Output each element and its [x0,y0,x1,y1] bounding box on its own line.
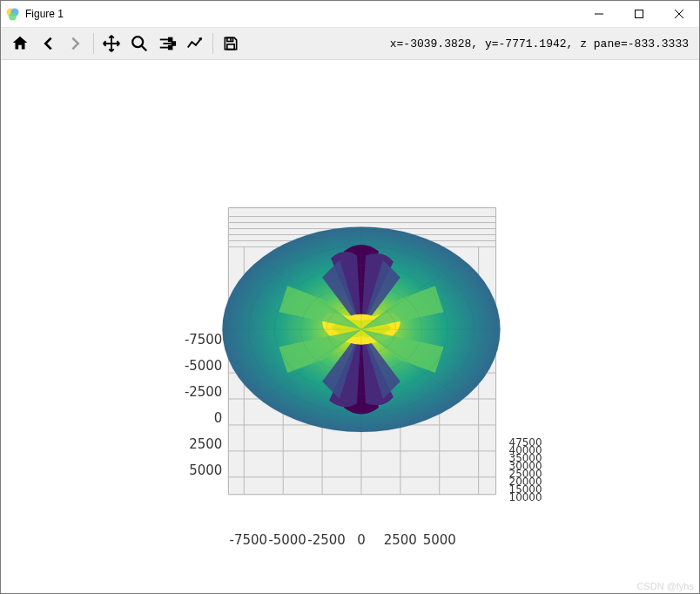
titlebar[interactable]: Figure 1 [1,1,699,28]
separator [212,33,213,54]
svg-rect-12 [169,38,172,42]
plot-canvas[interactable]: -7500 -5000 -2500 0 2500 5000 -7500 -500… [1,60,699,593]
figure: -7500 -5000 -2500 0 2500 5000 -7500 -500… [1,60,699,593]
pan-button[interactable] [98,30,125,57]
y-tick: -5000 [185,358,222,374]
z-axis-ticks: 10000 15000 20000 25000 30000 35000 4000… [509,436,542,503]
svg-line-8 [142,46,147,51]
separator [93,33,94,54]
back-button[interactable] [34,30,62,57]
window-title: Figure 1 [25,8,64,20]
forward-button[interactable] [62,30,90,57]
subplots-button[interactable] [153,30,181,57]
x-tick: -2500 [307,532,345,548]
app-icon [6,7,20,21]
x-axis-ticks: -7500 -5000 -2500 0 2500 5000 [230,532,456,548]
y-tick: -2500 [185,384,222,400]
toolbar: x=-3039.3828, y=-7771.1942, z pane=-833.… [1,28,699,60]
svg-rect-13 [172,42,176,45]
titlebar-left: Figure 1 [6,7,64,21]
x-tick: -7500 [230,532,267,548]
y-axis-ticks: -7500 -5000 -2500 0 2500 5000 [185,332,222,478]
cursor-coordinates: x=-3039.3828, y=-7771.1942, z pane=-833.… [390,37,694,51]
svg-point-2 [9,13,17,21]
x-tick: 0 [357,532,366,548]
x-tick: 2500 [384,532,417,548]
y-tick: 5000 [189,462,222,478]
svg-point-7 [132,37,143,47]
svg-rect-4 [636,10,643,18]
y-tick: 2500 [189,436,222,452]
maximize-button[interactable] [619,1,659,27]
close-button[interactable] [659,1,699,27]
surface [222,227,500,432]
home-button[interactable] [6,30,34,57]
y-tick: 0 [214,410,223,426]
window-frame: Figure 1 [0,0,700,594]
z-tick: 47500 [509,436,542,449]
save-button[interactable] [217,30,245,57]
x-tick: 5000 [423,532,456,548]
edit-axes-button[interactable] [181,30,209,57]
watermark: CSDN @fyhs [636,581,694,591]
minimize-button[interactable] [579,1,619,27]
svg-rect-14 [169,46,172,50]
x-tick: -5000 [268,532,306,548]
window-buttons [579,1,699,27]
y-tick: -7500 [185,332,222,348]
zoom-button[interactable] [125,30,153,57]
svg-rect-16 [227,44,234,50]
